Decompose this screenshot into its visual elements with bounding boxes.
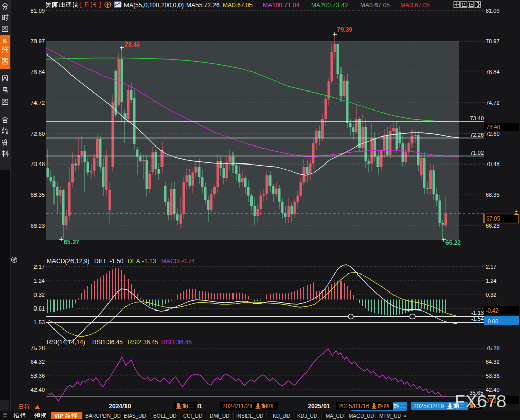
svg-text:BIAS_UD: BIAS_UD (124, 413, 146, 419)
svg-text:-0.00: -0.00 (486, 318, 498, 324)
svg-text:66.23: 66.23 (486, 223, 500, 229)
svg-text:74.72: 74.72 (30, 100, 45, 106)
svg-text:MA(55,0,100,200,0,0): MA(55,0,100,200,0,0) (124, 2, 184, 9)
svg-text:72.60: 72.60 (30, 131, 45, 137)
svg-text:0.32: 0.32 (486, 291, 496, 298)
svg-text:»: » (403, 413, 406, 419)
svg-text:68.35: 68.35 (30, 192, 45, 198)
svg-text:76.84: 76.84 (486, 69, 500, 75)
svg-text:DMI_UD: DMI_UD (210, 413, 229, 419)
svg-text:2.17: 2.17 (34, 264, 45, 270)
svg-text:72.26: 72.26 (470, 132, 484, 138)
svg-text:INSIDE_UD: INSIDE_UD (236, 413, 263, 419)
svg-text:70.48: 70.48 (30, 161, 45, 167)
svg-text:68.35: 68.35 (486, 192, 500, 198)
svg-text:0.32: 0.32 (34, 291, 45, 298)
svg-text:53.36: 53.36 (486, 373, 500, 379)
svg-text:73.40: 73.40 (486, 124, 500, 130)
svg-text:75.28: 75.28 (30, 345, 45, 351)
svg-text:2025/01: 2025/01 (308, 403, 330, 410)
svg-text:65.22: 65.22 (445, 239, 461, 246)
svg-text:KDJ_UD: KDJ_UD (297, 413, 317, 419)
svg-text:66.23: 66.23 (30, 223, 45, 229)
svg-text:70.48: 70.48 (486, 161, 500, 167)
svg-text:MACD_UD: MACD_UD (349, 413, 374, 419)
svg-text:42.40: 42.40 (30, 387, 45, 393)
svg-text:78.97: 78.97 (486, 38, 500, 44)
svg-text:FX678: FX678 (455, 391, 506, 411)
svg-text:MA0:67.05: MA0:67.05 (223, 2, 253, 9)
svg-text:MTM_UD: MTM_UD (379, 413, 401, 419)
svg-text:64.32: 64.32 (486, 359, 500, 365)
svg-text:81.09: 81.09 (30, 8, 45, 14)
svg-text:1.24: 1.24 (486, 278, 496, 284)
svg-text:2.17: 2.17 (486, 264, 496, 270)
svg-text:MACD(26,12,9): MACD(26,12,9) (47, 258, 89, 265)
svg-text:74.72: 74.72 (486, 100, 500, 106)
svg-text:78.46: 78.46 (124, 41, 140, 48)
svg-text:RSI2:36.45: RSI2:36.45 (128, 339, 158, 346)
svg-text:RSI1:36.45: RSI1:36.45 (92, 339, 123, 346)
svg-text:2024/11/21: 2024/11/21 (222, 403, 253, 410)
svg-text:76.84: 76.84 (30, 69, 45, 75)
svg-text:2024/10: 2024/10 (109, 403, 131, 410)
svg-text:2025/01/16: 2025/01/16 (338, 403, 369, 410)
svg-text:1.24: 1.24 (34, 278, 45, 284)
svg-text:79.39: 79.39 (337, 26, 352, 33)
svg-text:MA_UD: MA_UD (326, 413, 344, 419)
svg-text:73.40: 73.40 (470, 115, 484, 121)
svg-text:BARUPDN_UD: BARUPDN_UD (85, 413, 121, 419)
svg-text:I1: I1 (197, 403, 202, 410)
svg-text:-1.13: -1.13 (471, 309, 484, 316)
svg-text:-0.42: -0.42 (486, 307, 498, 314)
svg-text:78.97: 78.97 (30, 38, 45, 44)
svg-text:K: K (3, 38, 7, 45)
svg-text:72.60: 72.60 (486, 131, 500, 137)
svg-text:BOLL_UD: BOLL_UD (153, 413, 177, 419)
svg-text:MA55:72.26: MA55:72.26 (186, 2, 220, 9)
svg-text:81.09: 81.09 (486, 8, 500, 14)
svg-text:-1.53: -1.53 (32, 319, 45, 325)
svg-text:75.28: 75.28 (486, 345, 500, 351)
svg-text:64.32: 64.32 (30, 359, 45, 365)
svg-text:53.36: 53.36 (30, 373, 45, 379)
svg-text:CCI_UD: CCI_UD (183, 413, 202, 419)
svg-text:67.05: 67.05 (486, 215, 500, 222)
svg-text:RSI3:36.45: RSI3:36.45 (161, 339, 192, 346)
svg-text:VIP: VIP (54, 413, 63, 419)
svg-text:MA200:73.42: MA200:73.42 (311, 2, 348, 9)
svg-text:71.02: 71.02 (470, 150, 484, 156)
svg-text:RSI(14,14,14): RSI(14,14,14) (47, 339, 85, 346)
svg-text:KD_UD: KD_UD (273, 413, 290, 419)
svg-text:MA100:71.04: MA100:71.04 (263, 2, 300, 9)
svg-text:65.27: 65.27 (64, 239, 79, 246)
svg-text:-0.61: -0.61 (32, 305, 45, 312)
svg-text:MA0:67.05: MA0:67.05 (400, 2, 430, 9)
svg-text:MACD:-0.74: MACD:-0.74 (161, 258, 195, 265)
svg-text:-1.54: -1.54 (471, 316, 484, 322)
svg-text:2025/02/19: 2025/02/19 (413, 403, 444, 410)
svg-text:MA0:67.05: MA0:67.05 (360, 2, 390, 9)
svg-text:DEA:-1.13: DEA:-1.13 (128, 258, 156, 265)
svg-text:DIFF:-1.50: DIFF:-1.50 (94, 258, 124, 265)
